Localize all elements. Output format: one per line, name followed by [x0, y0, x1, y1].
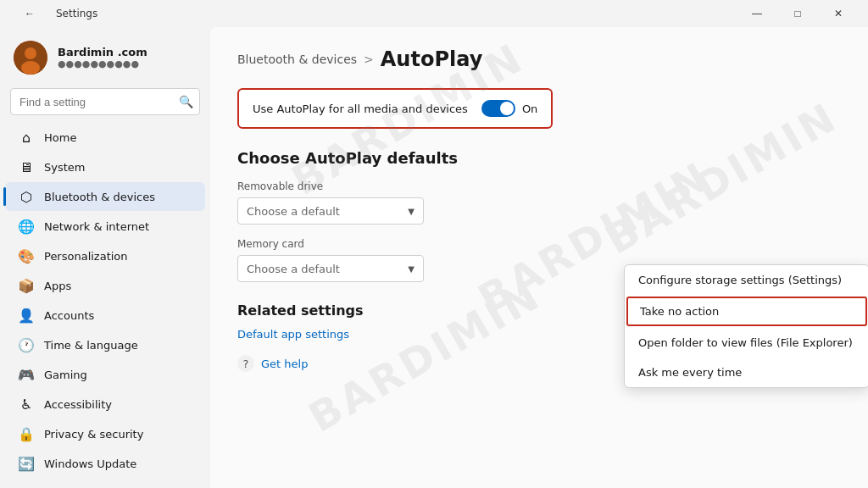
maximize-button[interactable]: □	[778, 0, 817, 27]
gaming-icon: 🎮	[19, 367, 34, 382]
popup-item-configure[interactable]: Configure storage settings (Settings)	[625, 265, 868, 295]
sidebar-item-label-privacy: Privacy & security	[44, 428, 192, 441]
memory-card-arrow: ▼	[408, 264, 415, 274]
sidebar-item-label-network: Network & internet	[44, 220, 192, 233]
toggle-state-text: On	[522, 103, 537, 115]
titlebar: ← Settings — □ ✕	[0, 0, 868, 27]
defaults-section: Choose AutoPlay defaults Removable drive…	[237, 149, 841, 282]
system-icon: 🖥	[19, 159, 34, 175]
close-button[interactable]: ✕	[819, 0, 858, 27]
removable-drive-label: Removable drive	[237, 180, 841, 192]
removable-drive-value: Choose a default	[247, 205, 340, 218]
home-icon: ⌂	[19, 130, 34, 145]
sidebar-item-system[interactable]: 🖥 System	[5, 152, 205, 181]
memory-card-dropdown-popup: Configure storage settings (Settings)Tak…	[624, 264, 868, 388]
autoplay-toggle[interactable]	[481, 100, 515, 117]
update-icon: 🔄	[19, 456, 34, 471]
popup-item-no_action[interactable]: Take no action	[626, 297, 867, 326]
removable-drive-arrow: ▼	[408, 207, 415, 216]
user-email: ●●●●●●●●●●	[58, 58, 147, 69]
memory-card-label: Memory card	[237, 238, 841, 250]
sidebar-item-time[interactable]: 🕐 Time & language	[5, 330, 205, 359]
sidebar-item-gaming[interactable]: 🎮 Gaming	[5, 360, 205, 389]
time-icon: 🕐	[19, 337, 34, 352]
sidebar: Bardimin .com ●●●●●●●●●● 🔍 ⌂ Home 🖥 Syst…	[0, 27, 210, 488]
back-button[interactable]: ←	[10, 0, 49, 27]
avatar-image	[14, 41, 47, 75]
removable-drive-group: Removable drive Choose a default ▼	[237, 180, 841, 225]
sidebar-item-personalization[interactable]: 🎨 Personalization	[5, 241, 205, 270]
sidebar-item-label-apps: Apps	[44, 280, 192, 292]
autoplay-toggle-box: Use AutoPlay for all media and devices O…	[237, 88, 553, 129]
minimize-button[interactable]: —	[737, 0, 776, 27]
network-icon: 🌐	[19, 219, 34, 234]
get-help-link[interactable]: Get help	[261, 358, 308, 370]
sidebar-item-label-accounts: Accounts	[44, 309, 192, 322]
sidebar-item-bluetooth[interactable]: ⬡ Bluetooth & devices	[5, 182, 205, 211]
popup-item-ask[interactable]: Ask me every time	[625, 358, 868, 387]
help-icon: ?	[237, 355, 254, 372]
sidebar-item-accessibility[interactable]: ♿ Accessibility	[5, 390, 205, 419]
titlebar-controls: — □ ✕	[737, 0, 858, 27]
memory-card-value: Choose a default	[247, 263, 340, 275]
autoplay-toggle-label: Use AutoPlay for all media and devices	[253, 103, 468, 115]
sidebar-item-update[interactable]: 🔄 Windows Update	[5, 449, 205, 478]
search-box: 🔍	[10, 88, 200, 115]
titlebar-title: Settings	[56, 8, 97, 19]
breadcrumb-separator: >	[364, 53, 374, 66]
accounts-icon: 👤	[19, 308, 34, 323]
default-app-settings-link[interactable]: Default app settings	[237, 328, 349, 341]
personalization-icon: 🎨	[19, 248, 34, 263]
removable-drive-dropdown[interactable]: Choose a default ▼	[237, 197, 424, 225]
sidebar-item-apps[interactable]: 📦 Apps	[5, 271, 205, 300]
page-title: AutoPlay	[381, 47, 483, 71]
user-profile[interactable]: Bardimin .com ●●●●●●●●●●	[0, 27, 210, 85]
search-icon: 🔍	[179, 95, 193, 108]
sidebar-item-label-time: Time & language	[44, 339, 192, 352]
user-name: Bardimin .com	[58, 46, 147, 58]
sidebar-item-label-personalization: Personalization	[44, 250, 192, 263]
popup-item-open_folder[interactable]: Open folder to view files (File Explorer…	[625, 328, 868, 358]
privacy-icon: 🔒	[19, 426, 34, 441]
titlebar-left: ← Settings	[10, 0, 97, 27]
popup-items-list: Configure storage settings (Settings)Tak…	[625, 265, 868, 387]
sidebar-item-accounts[interactable]: 👤 Accounts	[5, 301, 205, 330]
sidebar-item-home[interactable]: ⌂ Home	[5, 123, 205, 152]
sidebar-item-label-accessibility: Accessibility	[44, 398, 192, 411]
breadcrumb: Bluetooth & devices > AutoPlay	[237, 47, 841, 71]
sidebar-item-network[interactable]: 🌐 Network & internet	[5, 212, 205, 241]
app-container: Bardimin .com ●●●●●●●●●● 🔍 ⌂ Home 🖥 Syst…	[0, 27, 868, 488]
memory-card-dropdown[interactable]: Choose a default ▼	[237, 255, 424, 282]
sidebar-item-label-update: Windows Update	[44, 458, 192, 470]
content-area: BARDIMIN BARDIMIN BARDIMIN BARDIMIN Blue…	[210, 27, 868, 488]
sidebar-item-label-gaming: Gaming	[44, 369, 192, 381]
sidebar-item-privacy[interactable]: 🔒 Privacy & security	[5, 419, 205, 448]
breadcrumb-parent: Bluetooth & devices	[237, 53, 357, 66]
toggle-wrapper: On	[481, 100, 537, 117]
avatar	[14, 41, 47, 75]
search-input[interactable]	[10, 88, 200, 115]
sidebar-item-label-home: Home	[44, 131, 192, 144]
apps-icon: 📦	[19, 278, 34, 293]
accessibility-icon: ♿	[19, 396, 34, 412]
svg-point-2	[21, 61, 40, 75]
nav-list: ⌂ Home 🖥 System ⬡ Bluetooth & devices 🌐 …	[0, 122, 210, 479]
defaults-section-title: Choose AutoPlay defaults	[237, 149, 841, 167]
bluetooth-icon: ⬡	[19, 189, 34, 204]
user-info: Bardimin .com ●●●●●●●●●●	[58, 46, 147, 69]
sidebar-item-label-bluetooth: Bluetooth & devices	[44, 191, 192, 203]
svg-point-1	[25, 47, 36, 59]
sidebar-item-label-system: System	[44, 161, 192, 174]
